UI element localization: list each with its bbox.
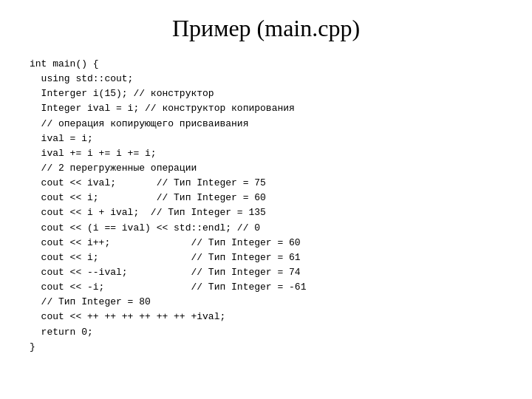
page-title: Пример (main.cpp)	[172, 15, 360, 42]
code-block: int main() { using std::cout; Interger i…	[30, 57, 306, 355]
page-container: Пример (main.cpp) int main() { using std…	[0, 0, 532, 399]
